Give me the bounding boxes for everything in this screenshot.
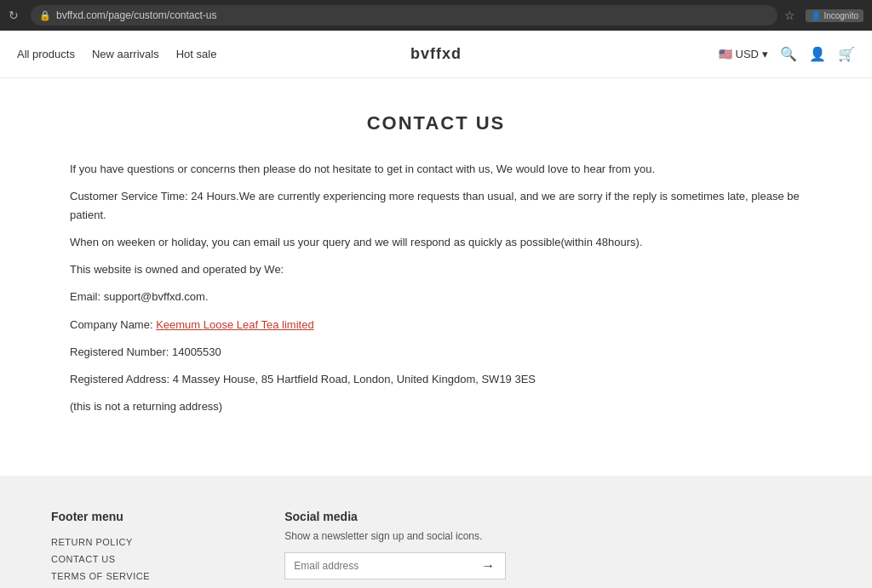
footer-top: Footer menu RETURN POLICY CONTACT US TER… <box>51 510 821 588</box>
site-footer: Footer menu RETURN POLICY CONTACT US TER… <box>0 476 872 588</box>
footer-menu-heading: Footer menu <box>51 510 216 523</box>
browser-controls: ↻ <box>9 9 24 22</box>
page-title: CONTACT US <box>70 112 802 134</box>
registered-address: Registered Address: 4 Massey House, 85 H… <box>70 370 802 389</box>
email-input[interactable] <box>285 553 471 579</box>
chevron-down-icon: ▾ <box>762 48 768 60</box>
site-nav: All products New aarrivals Hot sale bvff… <box>0 31 872 78</box>
service-time-text: Customer Service Time: 24 Hours.We are c… <box>70 187 802 225</box>
company-name: Keemum Loose Leaf Tea limited <box>156 318 313 331</box>
footer-menu: Footer menu RETURN POLICY CONTACT US TER… <box>51 510 216 588</box>
nav-new-arrivals[interactable]: New aarrivals <box>92 48 159 60</box>
footer-menu-item-contact[interactable]: CONTACT US <box>51 554 216 564</box>
site-logo[interactable]: bvffxd <box>410 45 462 63</box>
flag-icon: 🇺🇸 <box>719 48 732 60</box>
footer-menu-list: RETURN POLICY CONTACT US TERMS OF SERVIC… <box>51 537 216 588</box>
newsletter-form: → <box>284 552 506 579</box>
currency-selector[interactable]: 🇺🇸 USD ▾ <box>719 48 768 60</box>
main-content: CONTACT US If you have questions or conc… <box>53 78 819 476</box>
holiday-note-text: When on weeken or holiday, you can email… <box>70 233 802 252</box>
company-name-line: Company Name: Keemum Loose Leaf Tea limi… <box>70 316 802 334</box>
intro-text: If you have questions or concerns then p… <box>70 160 802 179</box>
account-icon[interactable]: 👤 <box>809 46 826 62</box>
lock-icon: 🔒 <box>39 10 51 21</box>
bookmark-icon[interactable]: ☆ <box>784 9 795 22</box>
currency-label: USD <box>736 48 759 60</box>
nav-all-products[interactable]: All products <box>17 48 75 60</box>
ownership-text: This website is owned and operated by We… <box>70 260 802 279</box>
cart-icon[interactable]: 🛒 <box>838 46 855 62</box>
refresh-icon[interactable]: ↻ <box>9 9 19 22</box>
incognito-badge: 👤 Incognito <box>806 9 863 22</box>
browser-url-bar[interactable]: 🔒 bvffxd.com/page/custom/contact-us <box>31 5 777 26</box>
email-text: Email: support@bvffxd.com. <box>70 288 802 306</box>
browser-chrome: ↻ 🔒 bvffxd.com/page/custom/contact-us ☆ … <box>0 0 872 31</box>
footer-social: Social media Show a newsletter sign up a… <box>284 510 506 588</box>
nav-right: 🇺🇸 USD ▾ 🔍 👤 🛒 <box>719 46 855 62</box>
footer-menu-item-return[interactable]: RETURN POLICY <box>51 537 216 547</box>
browser-actions: ☆ 👤 Incognito <box>784 9 863 22</box>
newsletter-submit-button[interactable]: → <box>471 553 505 579</box>
social-description: Show a newsletter sign up and social ico… <box>284 530 506 542</box>
company-label: Company Name: <box>70 318 156 331</box>
address-note: (this is not a returning address) <box>70 397 802 416</box>
incognito-icon: 👤 <box>811 11 821 20</box>
social-heading: Social media <box>284 510 506 523</box>
registered-number: Registered Number: 14005530 <box>70 343 802 362</box>
search-icon[interactable]: 🔍 <box>780 46 797 62</box>
nav-hot-sale[interactable]: Hot sale <box>176 48 217 60</box>
footer-menu-item-terms[interactable]: TERMS OF SERVICE <box>51 571 216 581</box>
contact-body: If you have questions or concerns then p… <box>70 160 802 416</box>
nav-links: All products New aarrivals Hot sale <box>17 48 216 60</box>
url-text: bvffxd.com/page/custom/contact-us <box>56 9 217 21</box>
